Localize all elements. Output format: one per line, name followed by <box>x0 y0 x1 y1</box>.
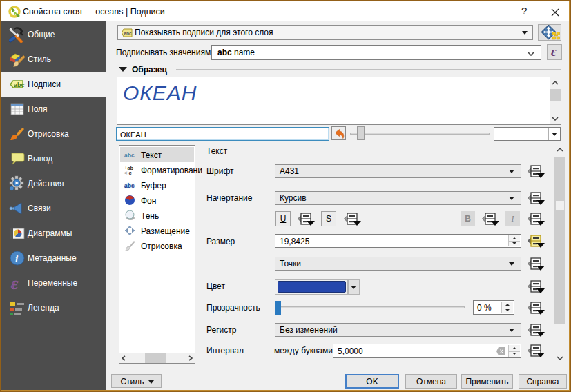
svg-text:ε: ε <box>11 275 19 291</box>
svg-text:abc: abc <box>124 31 133 36</box>
svg-text:< c: < c <box>124 170 132 175</box>
svg-text:abc: abc <box>124 152 135 159</box>
svg-text:abc: abc <box>14 81 25 88</box>
svg-text:abc: abc <box>124 182 135 189</box>
